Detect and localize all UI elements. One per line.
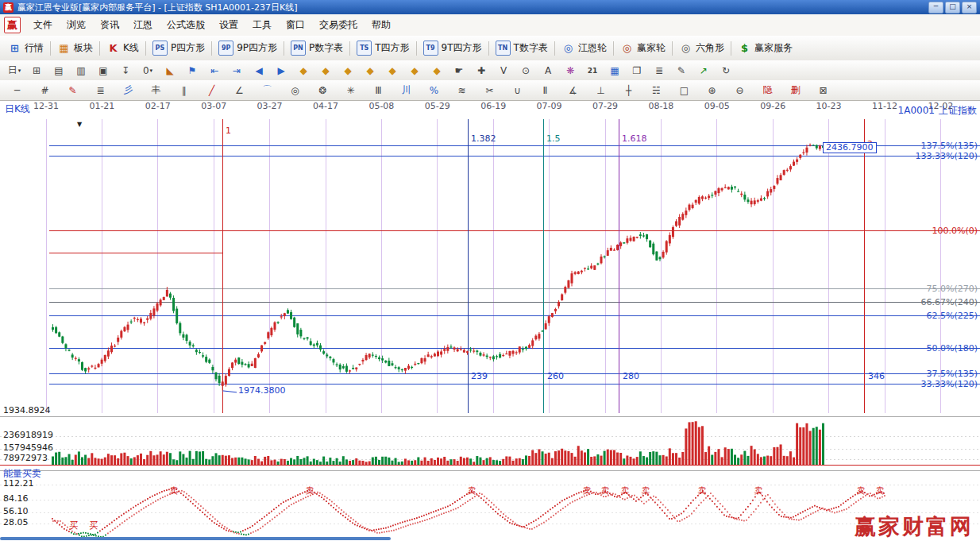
go-first-icon[interactable]: ⇤ [204,62,225,79]
9t-square-button[interactable]: T99T四方形 [419,39,487,58]
star-burst-tool[interactable]: ✳ [338,82,364,99]
fibonacci-tool[interactable]: % [421,82,447,99]
notes-icon[interactable]: ▤ [48,62,69,79]
step-back-icon[interactable]: ◀ [249,62,269,79]
cycle-lines-tool[interactable]: 川 [393,82,419,99]
go-last-icon[interactable]: ⇥ [226,62,247,79]
delete-drawing-tool[interactable]: 删 [782,82,808,99]
horizontal-line-tool[interactable]: ─ [4,82,30,99]
vertical-lines-tool[interactable]: Ⅲ [365,82,392,99]
circle-tool[interactable]: ◎ [282,82,308,99]
calendar-21-icon[interactable]: 21 [582,62,603,79]
copy-icon[interactable]: ▣ [93,62,114,79]
pyramid-icon[interactable]: ◣ [160,62,180,79]
magnify-icon[interactable]: ⊙ [515,62,536,79]
spiral-tool[interactable]: ❂ [310,82,336,99]
winner-wheel-button[interactable]: ◎赢家轮 [615,39,670,58]
p-square-button[interactable]: PSP四方形 [148,39,210,58]
hexagon-button[interactable]: ◎六角形 [674,39,729,58]
sectors-button[interactable]: ▦板块 [52,39,98,58]
gann-box-tool-icon[interactable]: ◆ [338,62,358,79]
horizontal-scrollbar[interactable] [0,537,391,540]
menu-item-浏览[interactable]: 浏览 [60,14,93,36]
gann-price-tool-icon[interactable]: ◆ [426,62,447,79]
quotes-button[interactable]: ⊞行情 [3,39,48,58]
stats-chart-icon[interactable]: ▦ [604,62,625,79]
t-number-table-button[interactable]: TNT数字表 [491,39,553,58]
window-split-icon[interactable]: ❐ [627,62,647,79]
vector-line-icon[interactable]: V [493,62,514,79]
hide-drawings-tool[interactable]: 隐 [754,82,781,99]
wave-count-tool[interactable]: ☵ [643,82,669,99]
gann-wheel-button[interactable]: ◎江恩轮 [557,39,612,58]
zoom-in-tool[interactable]: ⊕ [699,82,725,99]
step-forward-icon[interactable]: ▶ [271,62,291,79]
perpendicular-tool[interactable]: ⊥ [588,82,614,99]
magnet-tool[interactable]: ∪ [504,82,531,99]
drawing-toolbar: ─#✎≣彡丰∥╱∠⌒◎❂✳Ⅲ川%≋✂∪Ⅱ∡⊥┼☵□⊕⊖隐删⊠ [0,80,980,101]
svg-text:09-05: 09-05 [704,102,730,111]
kline-button[interactable]: KK线 [102,39,144,58]
overlay-count-selector[interactable]: 0▾ [137,62,158,79]
caret-icon: ▾ [18,68,21,74]
grid-lines-tool[interactable]: # [32,82,58,99]
gann-angle-tool-icon[interactable]: ◆ [382,62,403,79]
menu-item-江恩[interactable]: 江恩 [126,14,160,36]
main-chart[interactable]: 卖卖卖卖卖卖卖卖卖卖卖买买12-3101-2102-1703-0703-2704… [0,102,980,541]
pan-hand-icon[interactable]: ☛ [449,62,469,79]
gann-circle-tool-icon[interactable]: ◆ [360,62,380,79]
menu-item-窗口[interactable]: 窗口 [279,14,312,36]
wave-lines-tool[interactable]: ≋ [449,82,475,99]
menu-item-设置[interactable]: 设置 [212,14,245,36]
p-number-table-button[interactable]: PNP数字表 [286,39,348,58]
cross-line-tool[interactable]: ┼ [615,82,642,99]
p-number-table-button-label: P数字表 [309,41,343,55]
crosshair-icon[interactable]: ✚ [471,62,492,79]
gann-fan-tool-icon[interactable]: ◆ [315,62,336,79]
pencil-draw-tool[interactable]: ✎ [60,82,86,99]
period-day-selector[interactable]: 日▾ [4,62,25,79]
winner-service-button[interactable]: $赢家服务 [733,39,797,58]
report-icon[interactable]: ▥ [71,62,91,79]
refresh-icon[interactable]: ↻ [716,62,736,79]
svg-text:100.0%(0): 100.0%(0) [932,226,978,236]
menu-item-帮助[interactable]: 帮助 [365,14,398,36]
layout-grid-icon[interactable]: ⊞ [26,62,47,79]
trend-line-tool[interactable]: ╱ [199,82,225,99]
edit-tool-icon[interactable]: ✎ [671,62,692,79]
gann-square-tool-icon[interactable]: ◆ [293,62,314,79]
svg-text:08-18: 08-18 [648,102,673,111]
export-icon[interactable]: ↧ [115,62,136,79]
maximize-button[interactable]: □ [945,2,960,14]
exit-draw-tool[interactable]: ⊠ [810,82,836,99]
scissors-tool[interactable]: ✂ [476,82,503,99]
menu-item-工具[interactable]: 工具 [245,14,279,36]
arc-tool[interactable]: ⌒ [254,82,280,99]
regression-tool[interactable]: ∠ [226,82,253,99]
minimize-button[interactable]: ─ [928,2,943,14]
smart-analysis-icon[interactable]: ❋ [560,62,581,79]
price-channel-tool[interactable]: ∥ [171,82,197,99]
trend-analysis-icon[interactable]: ↗ [693,62,714,79]
menu-item-公式选股[interactable]: 公式选股 [160,14,212,36]
t-square-button[interactable]: TST四方形 [352,39,414,58]
watermark: 赢家财富网 [855,522,974,531]
box-select-tool[interactable]: □ [671,82,697,99]
indicator-dropdown-caret-icon[interactable]: ▼ [77,120,82,129]
menu-item-资讯[interactable]: 资讯 [93,14,126,36]
menu-item-交易委托[interactable]: 交易委托 [312,14,365,36]
list-view-icon[interactable]: ≣ [649,62,669,79]
indicator-name-label[interactable]: 能量买卖 [3,469,41,478]
menu-item-文件[interactable]: 文件 [26,14,60,36]
gann-grid-tool[interactable]: 丰 [143,82,169,99]
9p-square-button[interactable]: 9P9P四方形 [214,39,282,58]
zoom-out-tool[interactable]: ⊖ [727,82,753,99]
gann-fan-lines-tool[interactable]: 彡 [115,82,141,99]
multi-line-tool[interactable]: ≣ [87,82,114,99]
angle-measure-tool[interactable]: ∡ [560,82,586,99]
close-button[interactable]: × [962,2,977,14]
flag-icon[interactable]: ⚑ [182,62,203,79]
gann-time-tool-icon[interactable]: ◆ [404,62,425,79]
text-tool-icon[interactable]: A [538,62,558,79]
parallel-channel-tool[interactable]: Ⅱ [532,82,558,99]
